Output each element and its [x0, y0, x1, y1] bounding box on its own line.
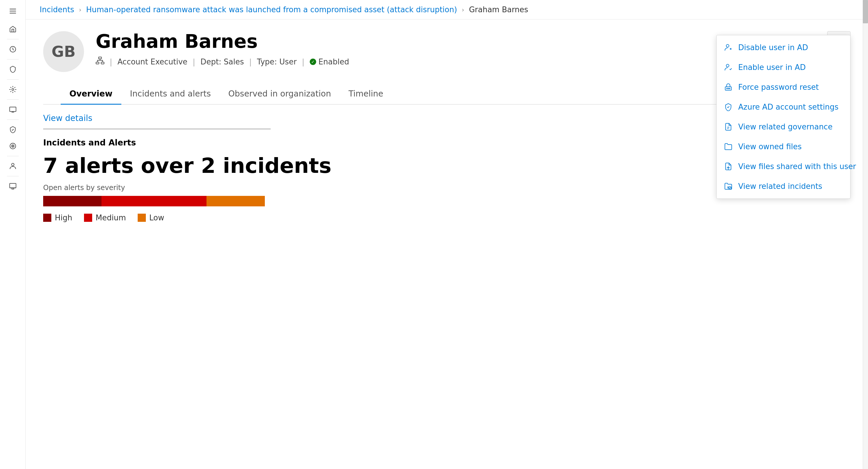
legend-color-high [43, 214, 51, 222]
svg-rect-9 [96, 62, 99, 64]
person-icon[interactable] [5, 159, 21, 174]
menu-owned-files-label: View owned files [738, 142, 802, 151]
profile-role: Account Executive [118, 58, 188, 66]
security2-icon[interactable] [5, 122, 21, 137]
network-icon [96, 56, 104, 67]
breadcrumb-user: Graham Barnes [469, 5, 528, 14]
svg-point-5 [12, 146, 13, 146]
meta-sep-2: | [249, 58, 252, 66]
severity-legend: High Medium Low [43, 213, 850, 222]
legend-label-low: Low [149, 213, 164, 222]
menu-enable-user[interactable]: Enable user in AD [717, 58, 850, 77]
sidebar-divider-4 [7, 99, 19, 100]
legend-label-high: High [55, 213, 72, 222]
profile-name: Graham Barnes [96, 31, 349, 52]
svg-point-11 [726, 44, 729, 47]
menu-password-reset[interactable]: Force password reset [717, 77, 850, 97]
avatar: GB [43, 31, 84, 72]
menu-enable-label: Enable user in AD [738, 63, 806, 72]
svg-point-6 [11, 163, 14, 166]
svg-rect-2 [10, 107, 16, 111]
meta-sep-3: | [302, 58, 305, 66]
view-details-link[interactable]: View details [43, 113, 92, 123]
tab-incidents-alerts[interactable]: Incidents and alerts [121, 83, 220, 105]
sidebar-divider-7 [7, 176, 19, 176]
meta-sep-0: | [110, 58, 112, 66]
svg-rect-8 [99, 57, 101, 59]
meta-sep-1: | [193, 58, 195, 66]
menu-azure-label: Azure AD account settings [738, 103, 839, 111]
home-icon[interactable] [5, 22, 21, 37]
legend-low: Low [138, 213, 164, 222]
incidents-icon [724, 181, 733, 191]
menu-azure-settings[interactable]: Azure AD account settings [717, 97, 850, 117]
shared-files-icon [724, 162, 733, 171]
legend-color-medium [84, 214, 92, 222]
user-x-icon [724, 43, 733, 52]
menu-incidents-label: View related incidents [738, 182, 822, 191]
status-label: Enabled [318, 58, 349, 66]
svg-point-12 [726, 64, 729, 67]
apps-icon[interactable] [5, 82, 21, 97]
menu-governance-label: View related governance [738, 123, 832, 131]
tab-overview[interactable]: Overview [61, 83, 121, 105]
legend-high: High [43, 213, 72, 222]
breadcrumb-incident-title[interactable]: Human-operated ransomware attack was lau… [86, 5, 457, 14]
menu-shared-files-label: View files shared with this user [738, 162, 856, 171]
breadcrumb-sep-2: › [462, 6, 464, 13]
menu-related-incidents[interactable]: View related incidents [717, 176, 850, 196]
sidebar-divider-2 [7, 59, 19, 60]
svg-point-14 [726, 88, 727, 89]
legend-label-medium: Medium [96, 213, 126, 222]
context-menu: Disable user in AD Enable user in AD [716, 35, 850, 199]
sidebar-divider-1 [7, 39, 19, 39]
profile-meta: | Account Executive | Dept: Sales | Type… [96, 56, 349, 67]
severity-bar-medium [101, 196, 207, 206]
scrollbar-thumb[interactable] [863, 0, 868, 23]
profile-info: Graham Barnes | Account Executive | [96, 31, 349, 67]
svg-rect-10 [101, 62, 104, 64]
breadcrumb-incidents[interactable]: Incidents [40, 5, 74, 14]
menu-disable-user[interactable]: Disable user in AD [717, 38, 850, 58]
scrollbar-track [863, 0, 868, 469]
severity-bar-low [207, 196, 265, 206]
profile-type: Type: User [257, 58, 297, 66]
endpoint-icon[interactable] [5, 179, 21, 194]
password-icon [724, 82, 733, 92]
tab-observed[interactable]: Observed in organization [220, 83, 340, 105]
clock-icon[interactable] [5, 42, 21, 57]
menu-owned-files[interactable]: View owned files [717, 137, 850, 157]
sidebar-divider-5 [7, 120, 19, 120]
governance-icon [724, 122, 733, 131]
status-badge: ✓ Enabled [310, 58, 349, 66]
sidebar-divider-6 [7, 156, 19, 156]
user-check-icon [724, 63, 733, 72]
breadcrumb-sep-1: › [79, 6, 82, 13]
svg-point-1 [12, 89, 14, 91]
main-content: Incidents › Human-operated ransomware at… [26, 0, 868, 469]
shield-icon[interactable] [5, 62, 21, 77]
menu-shared-files[interactable]: View files shared with this user [717, 157, 850, 176]
severity-bar-container [43, 196, 265, 206]
legend-medium: Medium [84, 213, 126, 222]
radar-icon[interactable] [5, 138, 21, 154]
menu-governance[interactable]: View related governance [717, 117, 850, 137]
severity-bar-high [43, 196, 101, 206]
svg-point-15 [728, 88, 728, 89]
svg-point-16 [730, 88, 730, 89]
legend-color-low [138, 214, 146, 222]
svg-rect-7 [10, 183, 16, 188]
breadcrumb: Incidents › Human-operated ransomware at… [26, 0, 868, 20]
tab-timeline[interactable]: Timeline [340, 83, 392, 105]
azure-icon [724, 102, 733, 112]
profile-dept: Dept: Sales [200, 58, 244, 66]
sidebar-divider-3 [7, 79, 19, 79]
menu-password-label: Force password reset [738, 83, 819, 92]
files-icon [724, 142, 733, 151]
menu-disable-label: Disable user in AD [738, 43, 808, 52]
hamburger-menu[interactable] [5, 3, 21, 19]
sidebar [0, 0, 26, 469]
device-icon[interactable] [5, 102, 21, 117]
status-dot-icon: ✓ [310, 59, 316, 65]
